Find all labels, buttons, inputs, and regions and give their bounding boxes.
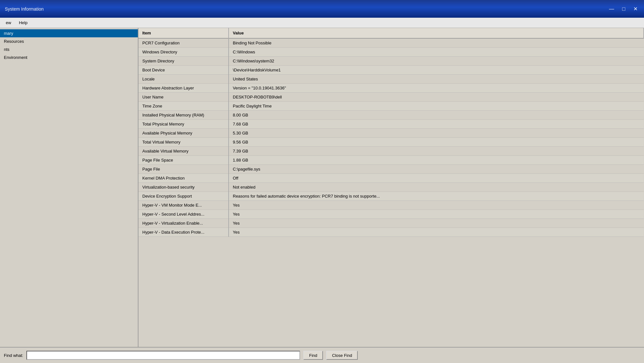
table-cell-value: 5.30 GB	[229, 129, 644, 138]
table-row: Hyper-V - VM Monitor Mode E...Yes	[138, 201, 644, 210]
table-cell-value: Yes	[229, 201, 644, 210]
table-row: Page FileC:\pagefile.sys	[138, 165, 644, 174]
table-cell-item: Hardware Abstraction Layer	[138, 84, 229, 93]
table-cell-item: Locale	[138, 75, 229, 84]
table-row: Kernel DMA ProtectionOff	[138, 174, 644, 183]
menu-view[interactable]: ew	[3, 19, 14, 26]
table-cell-item: Hyper-V - Virtualization Enable...	[138, 219, 229, 228]
table-row: User NameDESKTOP-ROBOTB9\dell	[138, 93, 644, 102]
table-row: Total Virtual Memory9.56 GB	[138, 138, 644, 147]
menu-bar: ew Help	[0, 18, 644, 28]
table-cell-value: Pacific Daylight Time	[229, 102, 644, 111]
find-input[interactable]	[26, 351, 300, 360]
table-row: System DirectoryC:\Windows\system32	[138, 57, 644, 66]
table-cell-value: Off	[229, 174, 644, 183]
table-cell-value: 7.39 GB	[229, 147, 644, 156]
table-cell-item: Hyper-V - Data Execution Prote...	[138, 228, 229, 237]
table-row: Total Physical Memory7.68 GB	[138, 120, 644, 129]
table-cell-item: Page File	[138, 165, 229, 174]
info-table: Item Value PCR7 ConfigurationBinding Not…	[138, 28, 644, 237]
sidebar-item-components[interactable]: nts	[0, 45, 138, 53]
table-cell-item: Windows Directory	[138, 48, 229, 57]
table-cell-value: 9.56 GB	[229, 138, 644, 147]
table-row: Page File Space1.88 GB	[138, 156, 644, 165]
table-row: Device Encryption SupportReasons for fai…	[138, 192, 644, 201]
table-cell-item: Device Encryption Support	[138, 192, 229, 201]
column-header-item: Item	[138, 28, 229, 38]
title-bar: System Information — □ ✕	[0, 0, 644, 18]
table-cell-item: Hyper-V - Second Level Addres...	[138, 210, 229, 219]
table-cell-item: System Directory	[138, 57, 229, 66]
sidebar: mary Resources nts Environment	[0, 28, 138, 347]
table-row: Boot Device\Device\HarddiskVolume1	[138, 66, 644, 75]
table-cell-value: Yes	[229, 228, 644, 237]
table-cell-item: Page File Space	[138, 156, 229, 165]
table-row: Available Physical Memory5.30 GB	[138, 129, 644, 138]
table-cell-item: Virtualization-based security	[138, 183, 229, 192]
table-cell-item: Available Physical Memory	[138, 129, 229, 138]
main-layout: mary Resources nts Environment Item Valu…	[0, 28, 644, 347]
table-wrapper[interactable]: Item Value PCR7 ConfigurationBinding Not…	[138, 28, 644, 347]
table-row: Available Virtual Memory7.39 GB	[138, 147, 644, 156]
table-row: Hardware Abstraction LayerVersion = "10.…	[138, 84, 644, 93]
table-cell-item: Total Physical Memory	[138, 120, 229, 129]
table-cell-value: Yes	[229, 210, 644, 219]
table-row: Hyper-V - Virtualization Enable...Yes	[138, 219, 644, 228]
table-cell-value: 7.68 GB	[229, 120, 644, 129]
table-cell-value: C:\pagefile.sys	[229, 165, 644, 174]
table-cell-value: Binding Not Possible	[229, 38, 644, 48]
find-label: Find what:	[4, 353, 23, 358]
table-row: Virtualization-based securityNot enabled	[138, 183, 644, 192]
table-cell-item: Hyper-V - VM Monitor Mode E...	[138, 201, 229, 210]
table-cell-item: Kernel DMA Protection	[138, 174, 229, 183]
menu-help[interactable]: Help	[16, 19, 31, 26]
table-row: PCR7 ConfigurationBinding Not Possible	[138, 38, 644, 48]
sidebar-item-environment[interactable]: Environment	[0, 53, 138, 61]
table-cell-value: 1.88 GB	[229, 156, 644, 165]
table-row: Hyper-V - Second Level Addres...Yes	[138, 210, 644, 219]
table-row: Windows DirectoryC:\Windows	[138, 48, 644, 57]
minimize-button[interactable]: —	[606, 5, 617, 13]
table-cell-value: 8.00 GB	[229, 111, 644, 120]
column-header-value: Value	[229, 28, 644, 38]
table-cell-value: Not enabled	[229, 183, 644, 192]
table-cell-item: Boot Device	[138, 66, 229, 75]
table-cell-item: User Name	[138, 93, 229, 102]
find-button[interactable]: Find	[303, 351, 323, 360]
sidebar-item-summary[interactable]: mary	[0, 29, 138, 37]
table-row: Hyper-V - Data Execution Prote...Yes	[138, 228, 644, 237]
table-cell-value: Reasons for failed automatic device encr…	[229, 192, 644, 201]
table-cell-item: Installed Physical Memory (RAM)	[138, 111, 229, 120]
maximize-button[interactable]: □	[619, 5, 629, 13]
table-cell-item: Total Virtual Memory	[138, 138, 229, 147]
table-row: Installed Physical Memory (RAM)8.00 GB	[138, 111, 644, 120]
table-cell-value: United States	[229, 75, 644, 84]
table-cell-item: Time Zone	[138, 102, 229, 111]
table-row: Time ZonePacific Daylight Time	[138, 102, 644, 111]
table-cell-value: C:\Windows\system32	[229, 57, 644, 66]
table-cell-value: DESKTOP-ROBOTB9\dell	[229, 93, 644, 102]
close-button[interactable]: ✕	[630, 5, 641, 13]
table-row: LocaleUnited States	[138, 75, 644, 84]
table-cell-value: Yes	[229, 219, 644, 228]
bottom-bar: Find what: Find Close Find	[0, 347, 644, 363]
window-controls: — □ ✕	[606, 5, 641, 13]
table-cell-value: C:\Windows	[229, 48, 644, 57]
table-cell-value: \Device\HarddiskVolume1	[229, 66, 644, 75]
window-title: System Information	[3, 6, 44, 12]
close-find-button[interactable]: Close Find	[326, 351, 358, 360]
sidebar-item-resources[interactable]: Resources	[0, 37, 138, 45]
table-cell-item: PCR7 Configuration	[138, 38, 229, 48]
content-area: Item Value PCR7 ConfigurationBinding Not…	[138, 28, 644, 347]
table-cell-item: Available Virtual Memory	[138, 147, 229, 156]
table-cell-value: Version = "10.0.19041.3636"	[229, 84, 644, 93]
